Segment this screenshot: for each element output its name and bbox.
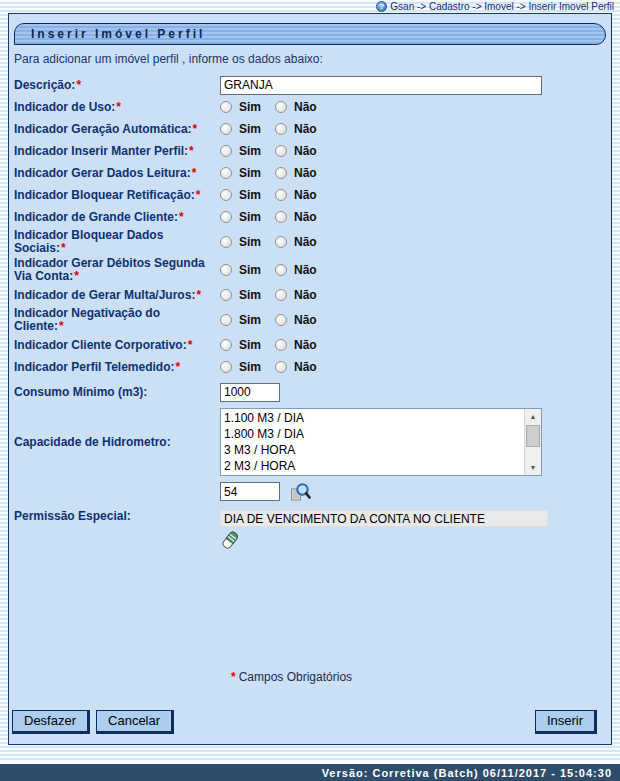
listbox-option[interactable]: 1.800 M3 / DIA (221, 426, 524, 442)
radio-sim[interactable] (220, 145, 232, 157)
radio-group: Sim Não (220, 360, 317, 374)
radio-sim[interactable] (220, 123, 232, 135)
radio-nao[interactable] (275, 339, 287, 351)
consumo-minimo-input[interactable] (220, 383, 280, 402)
scroll-down-icon[interactable]: ▼ (525, 460, 541, 475)
radio-group: Sim Não (220, 235, 317, 249)
radio-sim[interactable] (220, 189, 232, 201)
radio-sim[interactable] (220, 289, 232, 301)
field-label: Indicador Bloquear Dados Sociais: (14, 228, 163, 255)
radio-nao[interactable] (275, 289, 287, 301)
listbox-option[interactable]: 1.100 M3 / DIA (221, 410, 524, 426)
required-marker: * (76, 78, 81, 92)
radio-group: Sim Não (220, 100, 317, 114)
required-fields-note: *Campos Obrigatórios (231, 670, 352, 684)
radio-nao[interactable] (275, 264, 287, 276)
radio-sim-label: Sim (239, 288, 261, 302)
radio-nao[interactable] (275, 236, 287, 248)
radio-nao[interactable] (275, 145, 287, 157)
required-marker: * (74, 269, 79, 283)
radio-sim-label: Sim (239, 122, 261, 136)
radio-nao[interactable] (275, 361, 287, 373)
radio-sim[interactable] (220, 211, 232, 223)
radio-nao[interactable] (275, 123, 287, 135)
field-label: Indicador Gerar Dados Leitura: (14, 166, 191, 180)
field-row-indicador-uso: Indicador de Uso:* Sim Não (14, 96, 611, 118)
insert-profile-form: Descrição:* Indicador de Uso:* Sim Não I… (14, 74, 611, 550)
required-marker: * (192, 166, 197, 180)
field-row-cliente-corporativo: Indicador Cliente Corporativo:* Sim Não (14, 334, 611, 356)
help-icon[interactable]: ? (376, 1, 387, 12)
field-label: Indicador de Grande Cliente: (14, 210, 178, 224)
field-label: Indicador Negativação do Cliente: (14, 306, 160, 333)
listbox-scrollbar[interactable]: ▲ ▼ (524, 409, 541, 475)
instruction-text: Para adicionar um imóvel perfil , inform… (14, 52, 607, 66)
listbox-option[interactable]: 3 M3 / HORA (221, 442, 524, 458)
required-marker: * (189, 144, 194, 158)
radio-group: Sim Não (220, 166, 317, 180)
field-row-gerar-multa-juros: Indicador de Gerar Multa/Juros:* Sim Não (14, 284, 611, 306)
listbox-option[interactable]: 2 M3 / HORA (221, 458, 524, 474)
radio-group: Sim Não (220, 338, 317, 352)
required-note-text: Campos Obrigatórios (239, 670, 352, 684)
required-marker: * (61, 241, 66, 255)
field-row-gerar-debitos-segunda-via: Indicador Gerar Débitos Segunda Via Cont… (14, 256, 611, 284)
radio-sim-label: Sim (239, 263, 261, 277)
field-row-inserir-manter-perfil: Indicador Inserir Manter Perfil:* Sim Nã… (14, 140, 611, 162)
radio-nao-label: Não (294, 263, 317, 277)
inserir-button[interactable]: Inserir (535, 710, 597, 734)
radio-sim[interactable] (220, 264, 232, 276)
cancelar-button[interactable]: Cancelar (96, 710, 174, 734)
field-row-bloquear-retificacao: Indicador Bloquear Retificação:* Sim Não (14, 184, 611, 206)
radio-nao[interactable] (275, 167, 287, 179)
radio-sim[interactable] (220, 339, 232, 351)
radio-nao-label: Não (294, 338, 317, 352)
required-marker: * (188, 338, 193, 352)
consumo-minimo-label: Consumo Mínimo (m3): (14, 385, 147, 399)
field-label: Indicador Inserir Manter Perfil: (14, 144, 188, 158)
scrollbar-thumb[interactable] (526, 425, 540, 447)
field-label: Indicador de Uso: (14, 100, 115, 114)
capacidade-listbox[interactable]: 1.100 M3 / DIA 1.800 M3 / DIA 3 M3 / HOR… (220, 408, 542, 476)
breadcrumb-path: Gsan -> Cadastro -> Imovel -> Inserir Im… (390, 1, 614, 12)
breadcrumb: ? Gsan -> Cadastro -> Imovel -> Inserir … (376, 0, 614, 13)
field-row-negativacao-cliente: Indicador Negativação do Cliente:* Sim N… (14, 306, 611, 334)
required-marker: * (116, 100, 121, 114)
descricao-input[interactable] (220, 76, 542, 95)
permissao-code-input[interactable] (220, 482, 280, 501)
radio-group: Sim Não (220, 188, 317, 202)
radio-sim[interactable] (220, 314, 232, 326)
search-magnifier-icon[interactable] (290, 482, 311, 507)
eraser-icon[interactable] (220, 530, 240, 550)
radio-sim[interactable] (220, 236, 232, 248)
field-row-perfil-telemedido: Indicador Perfil Telemedido:* Sim Não (14, 356, 611, 378)
field-row-gerar-dados-leitura: Indicador Gerar Dados Leitura:* Sim Não (14, 162, 611, 184)
field-row-descricao: Descrição:* (14, 74, 611, 96)
radio-sim-label: Sim (239, 100, 261, 114)
radio-nao[interactable] (275, 101, 287, 113)
radio-sim-label: Sim (239, 144, 261, 158)
radio-sim[interactable] (220, 101, 232, 113)
radio-nao[interactable] (275, 314, 287, 326)
radio-sim-label: Sim (239, 338, 261, 352)
desfazer-button[interactable]: Desfazer (12, 710, 90, 734)
radio-nao[interactable] (275, 189, 287, 201)
required-marker: * (59, 319, 64, 333)
field-label: Indicador Bloquear Retificação: (14, 188, 195, 202)
required-marker: * (179, 210, 184, 224)
radio-sim-label: Sim (239, 360, 261, 374)
scroll-up-icon[interactable]: ▲ (525, 409, 541, 424)
radio-sim[interactable] (220, 361, 232, 373)
radio-sim[interactable] (220, 167, 232, 179)
page-title: Inserir Imóvel Perfil (14, 23, 606, 45)
field-label: Indicador Cliente Corporativo: (14, 338, 187, 352)
radio-nao-label: Não (294, 360, 317, 374)
radio-nao-label: Não (294, 144, 317, 158)
radio-nao-label: Não (294, 288, 317, 302)
radio-nao-label: Não (294, 210, 317, 224)
field-row-geracao-automatica: Indicador Geração Automática:* Sim Não (14, 118, 611, 140)
field-label: Indicador de Gerar Multa/Juros: (14, 288, 195, 302)
radio-group: Sim Não (220, 122, 317, 136)
radio-nao[interactable] (275, 211, 287, 223)
radio-sim-label: Sim (239, 313, 261, 327)
